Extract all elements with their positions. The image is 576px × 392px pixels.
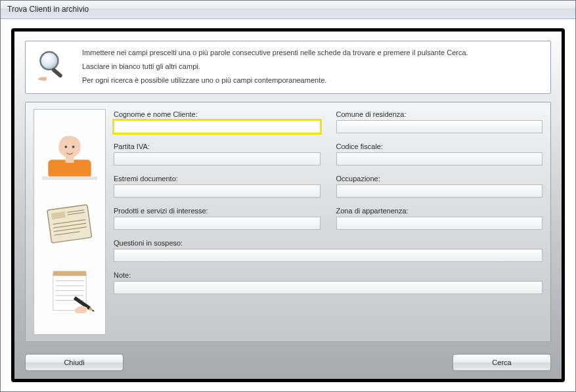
find-clients-window: Trova Clienti in archivio — [0, 0, 576, 392]
label-questioni: Questioni in sospeso: — [114, 239, 543, 247]
svg-point-4 — [65, 145, 68, 148]
input-cf[interactable] — [336, 152, 543, 165]
svg-point-0 — [40, 52, 58, 70]
label-occup: Occupazione: — [336, 175, 543, 183]
info-line-1: Immettere nei campi prescelti una o più … — [82, 48, 468, 58]
search-button[interactable]: Cerca — [453, 354, 551, 371]
info-text: Immettere nei campi prescelti una o più … — [82, 48, 468, 85]
window-titlebar: Trova Clienti in archivio — [1, 1, 575, 19]
outer-frame: Immettere nei campi prescelti una o più … — [11, 28, 565, 382]
svg-rect-6 — [65, 156, 74, 162]
notepad-image — [40, 269, 99, 318]
label-zona: Zona di appartenenza: — [336, 207, 543, 215]
document-image — [40, 204, 99, 246]
button-bar: Chiudi Cerca — [25, 350, 551, 371]
svg-rect-8 — [47, 204, 92, 242]
close-button[interactable]: Chiudi — [25, 354, 123, 371]
label-piva: Partita IVA: — [114, 142, 321, 150]
label-prodotti: Prodotti e servizi di interesse: — [114, 207, 321, 215]
input-piva[interactable] — [114, 152, 321, 165]
info-line-3: Per ogni ricerca è possibile utilizzare … — [82, 76, 468, 85]
label-cf: Codice fiscale: — [336, 142, 543, 150]
input-zona[interactable] — [336, 217, 543, 230]
input-occup[interactable] — [336, 185, 543, 198]
input-questioni[interactable] — [114, 249, 543, 262]
label-comune: Comune di residenza: — [336, 110, 543, 118]
window-body: Immettere nei campi prescelti una o più … — [1, 19, 575, 391]
form-panel: Cognome e nome Cliente: Comune di reside… — [25, 102, 551, 342]
svg-rect-1 — [51, 68, 63, 78]
input-comune[interactable] — [336, 120, 543, 133]
info-panel: Immettere nei campi prescelti una o più … — [25, 41, 551, 94]
label-estremi: Estremi documento: — [114, 175, 321, 183]
svg-rect-17 — [53, 271, 86, 276]
svg-rect-7 — [42, 176, 97, 180]
input-cognome[interactable] — [114, 120, 321, 133]
window-title: Trova Clienti in archivio — [7, 5, 89, 14]
label-cognome: Cognome e nome Cliente: — [114, 110, 321, 118]
input-prodotti[interactable] — [114, 217, 321, 230]
fields: Cognome e nome Cliente: Comune di reside… — [114, 109, 543, 335]
person-image — [40, 126, 99, 181]
input-note[interactable] — [114, 281, 543, 294]
svg-rect-16 — [53, 274, 86, 311]
svg-point-5 — [72, 145, 75, 148]
info-line-2: Lasciare in bianco tutti gli altri campi… — [82, 62, 468, 72]
label-note: Note: — [114, 271, 543, 279]
input-estremi[interactable] — [114, 185, 321, 198]
magnifier-icon — [35, 49, 70, 84]
side-images — [33, 109, 106, 335]
